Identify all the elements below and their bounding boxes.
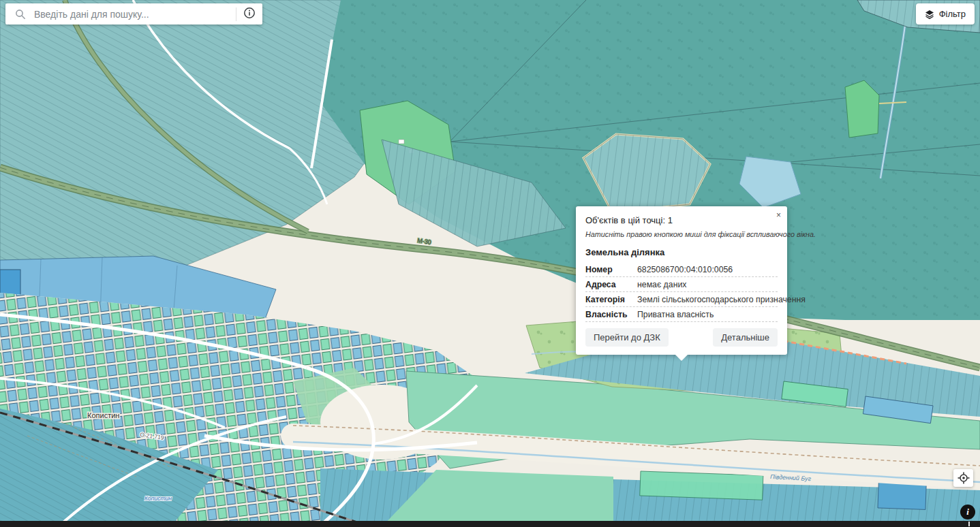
- geolocate-button[interactable]: [953, 469, 973, 487]
- parcel-address-value: немає даних: [637, 280, 686, 289]
- popup-actions: Перейти до ДЗК Детальніше: [585, 328, 778, 347]
- info-letter-icon: i: [966, 507, 969, 517]
- filter-button[interactable]: Фільтр: [916, 3, 975, 25]
- popup-pointer: [675, 354, 688, 361]
- parcel-ownership-label: Власність: [585, 310, 637, 319]
- filter-button-label: Фільтр: [939, 9, 966, 19]
- parcel-category-value: Землі сільськогосподарського призначення: [637, 295, 806, 304]
- search-bar: [5, 3, 262, 25]
- bottom-bar-tick: [968, 522, 970, 526]
- parcel-number-value: 6825086700:04:010:0056: [637, 265, 733, 274]
- parcel-category-label: Категорія: [585, 295, 637, 304]
- station-label: Копистин: [144, 495, 172, 502]
- search-divider: [236, 7, 236, 21]
- map-canvas[interactable]: Південний Буг М-30: [0, 0, 980, 527]
- parcel-address-label: Адреса: [585, 280, 637, 289]
- search-icon: [15, 9, 26, 20]
- parcel-popup: × Об'єктів в цій точці: 1 Натисніть прав…: [576, 206, 787, 355]
- parcel-ownership-row: Власність Приватна власність: [585, 307, 778, 322]
- popup-hint: Натисніть правою кнопкою миші для фіксац…: [585, 230, 778, 238]
- search-info-button[interactable]: [241, 7, 262, 21]
- popup-objects-count: Об'єктів в цій точці: 1: [585, 215, 778, 225]
- crosshair-icon: [958, 472, 970, 484]
- parcel-ownership-value: Приватна власність: [637, 310, 714, 319]
- info-icon: [243, 7, 256, 21]
- parcel-number-row: Номер 6825086700:04:010:0056: [585, 262, 778, 277]
- layers-icon: [925, 10, 934, 19]
- parcel-category-row: Категорія Землі сільськогосподарського п…: [585, 292, 778, 307]
- popup-section-title: Земельна ділянка: [585, 247, 778, 257]
- parcel-number-label: Номер: [585, 265, 637, 274]
- parcel-address-row: Адреса немає даних: [585, 277, 778, 292]
- app-root: Південний Буг М-30: [0, 0, 980, 527]
- details-button[interactable]: Детальніше: [713, 328, 778, 347]
- village-label: Копистин: [87, 411, 119, 419]
- info-button[interactable]: i: [960, 505, 975, 520]
- close-icon[interactable]: ×: [775, 210, 782, 221]
- search-input[interactable]: [33, 8, 232, 20]
- bottom-bar: [0, 521, 980, 527]
- go-to-dzk-button[interactable]: Перейти до ДЗК: [585, 328, 669, 347]
